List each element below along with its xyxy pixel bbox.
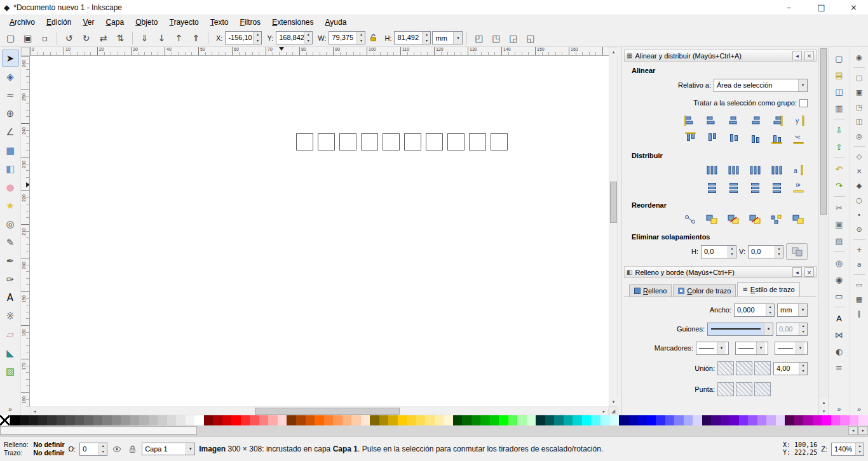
align-top-edges[interactable] [702,130,721,147]
select-all[interactable]: ▢ [3,30,18,46]
menu-texto[interactable]: Texto [205,16,234,29]
canvas[interactable] [30,56,609,406]
lower-one-step[interactable]: ↓ [154,30,170,46]
palette-swatch[interactable] [75,415,85,425]
overlap-h-spin-buttons[interactable]: ▴▾ [728,246,736,258]
x-value[interactable]: -156,10 [226,32,253,44]
palette-swatch[interactable] [186,415,195,425]
palette-swatch[interactable] [490,415,499,425]
menu-extensiones[interactable]: Extensiones [266,16,319,29]
palette-swatch[interactable] [241,415,250,425]
palette-swatch[interactable] [748,415,757,425]
palette-swatch[interactable] [471,415,481,425]
document-properties[interactable]: ≡ [831,360,847,375]
palette-swatch[interactable] [527,415,536,425]
palette-swatch[interactable] [57,415,66,425]
canvas-square[interactable] [296,133,313,150]
palette-swatch[interactable] [637,415,647,425]
cut[interactable]: ✂ [831,200,847,215]
menu-filtros[interactable]: Filtros [234,16,266,29]
menu-ayuda[interactable]: Ayuda [320,16,353,29]
snap-cusp-nodes[interactable]: ◆ [853,179,866,192]
save-document[interactable]: ◫ [831,84,847,99]
canvas-square[interactable] [404,133,421,150]
align-left-edges[interactable] [702,112,721,129]
palette-swatch[interactable] [619,415,628,425]
palette-swatch[interactable] [444,415,453,425]
snap-grids[interactable]: ▦ [853,293,866,306]
layer-visibility-eye-icon[interactable] [111,443,123,455]
commands-bar-overflow-button[interactable]: » [837,405,841,413]
palette-swatch[interactable] [139,415,149,425]
lower-to-bottom[interactable]: ⇓ [137,30,153,46]
new-document[interactable]: ▢ [831,51,847,66]
distribute-top-edges[interactable] [702,180,721,196]
snap-page-border[interactable]: ▭ [853,278,866,291]
paste[interactable]: ▨ [831,233,847,248]
palette-swatch[interactable] [425,415,435,425]
zoom-to-selection[interactable]: ◎ [831,255,847,271]
palette-swatch[interactable] [20,415,29,425]
palette-scroll-thumb[interactable] [0,426,197,435]
distribute-centers-vertically[interactable] [724,180,743,196]
deselect[interactable]: ▫ [37,30,53,46]
snap-smooth-nodes[interactable]: ○ [853,194,866,207]
menu-capa[interactable]: Capa [100,16,130,29]
palette-swatch[interactable] [112,415,121,425]
tool-zoom[interactable]: ⊕ [2,105,19,122]
palette-swatch[interactable] [65,415,75,425]
select-all-in-all-layers[interactable]: ▣ [20,30,36,46]
canvas-square[interactable] [383,133,400,150]
tool-text[interactable]: A [2,289,19,306]
raise-one-step[interactable]: ↑ [171,30,187,46]
canvas-square[interactable] [361,133,378,150]
randomize-positions[interactable] [767,211,786,228]
palette-swatch[interactable] [480,415,490,425]
palette-swatch[interactable] [102,415,112,425]
zoom-to-page[interactable]: ▭ [831,288,847,304]
stroke-width-spin-buttons[interactable]: ▴▾ [766,304,774,316]
stroke-width-spinbox[interactable]: 0,000 ▴▾ [734,304,775,317]
text-anchor-horizontal[interactable]: y [789,112,808,129]
horizontal-ruler[interactable]: 0102030405060708090100110120130140150160 [30,47,609,56]
palette-swatch[interactable] [757,415,767,425]
palette-swatch[interactable] [287,415,296,425]
palette-swatch[interactable] [453,415,463,425]
tool-gradient[interactable]: ▧ [2,363,19,380]
raise-to-top[interactable]: ⇑ [188,30,204,46]
miter-limit-spin-buttons[interactable]: ▴▾ [799,363,807,375]
equal-horizontal-gaps[interactable] [767,162,786,178]
center-on-vertical-axis[interactable] [724,112,743,129]
palette-swatch[interactable] [361,415,370,425]
snap-bbox-centers[interactable]: ◎ [853,130,866,143]
flip-vertical[interactable]: ⇅ [112,30,128,46]
zoom-to-drawing[interactable]: ◉ [831,272,847,287]
xml-editor[interactable]: ⋈ [831,327,847,342]
tab-stroke-style[interactable]: ≡Estilo de trazo [737,282,799,297]
palette-swatch[interactable] [831,415,841,425]
palette-swatch[interactable] [296,415,306,425]
bevel-join[interactable] [754,361,771,375]
move-patterns-toggle[interactable]: ◰ [471,30,487,46]
menu-trayecto[interactable]: Trayecto [164,16,205,29]
end-marker-dropdown[interactable]: ▾ [775,342,808,355]
opacity-value[interactable]: 0 [80,443,98,455]
x-spin-buttons[interactable]: ▴▾ [253,32,261,44]
y-spinbox[interactable]: 168,842 ▴▾ [276,31,313,44]
palette-swatch[interactable] [794,415,804,425]
palette-swatch[interactable] [268,415,278,425]
palette-swatch[interactable] [647,415,656,425]
palette-swatch[interactable] [564,415,573,425]
overlap-v-value[interactable]: 0,0 [749,246,775,258]
palette-swatch[interactable] [167,415,177,425]
overlap-h-value[interactable]: 0,0 [702,246,728,258]
start-marker-dropdown[interactable]: ▾ [696,342,729,355]
dash-pattern-dropdown[interactable]: ▾ [707,323,773,336]
palette-swatch[interactable] [517,415,527,425]
palette-swatch[interactable] [776,415,785,425]
vertical-ruler[interactable]: 260250240230220210200190180170160 [21,56,30,406]
distribute-right-edges[interactable] [745,162,764,178]
canvas-square[interactable] [447,133,465,150]
palette-swatch[interactable] [536,415,545,425]
distribute-bottom-edges[interactable] [745,180,764,196]
